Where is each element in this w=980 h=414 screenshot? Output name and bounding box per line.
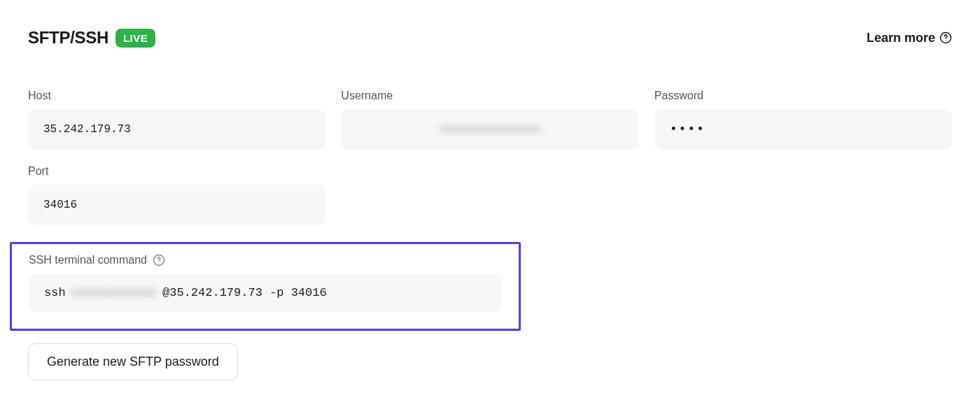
username-value[interactable]: xxxxxxxxxxxxxxx bbox=[341, 109, 638, 150]
password-field: Password •••• bbox=[654, 90, 952, 150]
password-value[interactable]: •••• bbox=[654, 109, 952, 150]
host-value[interactable]: 35.242.179.73 bbox=[28, 109, 326, 150]
live-badge: LIVE bbox=[115, 29, 155, 48]
svg-point-1 bbox=[945, 40, 946, 41]
password-masked: •••• bbox=[670, 122, 706, 136]
port-label: Port bbox=[28, 165, 326, 178]
port-field: Port 34016 bbox=[28, 165, 326, 225]
ssh-suffix: @35.242.179.73 -p 34016 bbox=[162, 286, 327, 299]
generate-password-button[interactable]: Generate new SFTP password bbox=[28, 343, 238, 380]
learn-more-label: Learn more bbox=[867, 31, 935, 45]
ssh-command-label: SSH terminal command bbox=[29, 254, 147, 266]
ssh-prefix: ssh bbox=[44, 286, 66, 299]
help-icon bbox=[939, 31, 952, 44]
learn-more-link[interactable]: Learn more bbox=[867, 31, 952, 45]
fields-grid: Host 35.242.179.73 Username xxxxxxxxxxxx… bbox=[28, 90, 952, 225]
host-field: Host 35.242.179.73 bbox=[28, 90, 326, 150]
ssh-command-block: SSH terminal command ssh xxxxxxxxxxxx @3… bbox=[10, 242, 521, 331]
port-value[interactable]: 34016 bbox=[28, 185, 326, 225]
help-icon[interactable] bbox=[153, 254, 165, 266]
page-header: SFTP/SSH LIVE Learn more bbox=[28, 28, 952, 48]
username-field: Username xxxxxxxxxxxxxxx bbox=[341, 90, 638, 150]
page-title: SFTP/SSH bbox=[28, 28, 108, 48]
svg-point-3 bbox=[158, 262, 159, 263]
username-masked: xxxxxxxxxxxxxxx bbox=[356, 123, 623, 136]
header-left: SFTP/SSH LIVE bbox=[28, 28, 155, 48]
ssh-command-value[interactable]: ssh xxxxxxxxxxxx @35.242.179.73 -p 34016 bbox=[29, 273, 502, 312]
password-label: Password bbox=[654, 90, 952, 102]
ssh-username-masked: xxxxxxxxxxxx bbox=[71, 286, 157, 299]
host-label: Host bbox=[28, 90, 326, 102]
ssh-label-row: SSH terminal command bbox=[29, 254, 502, 266]
username-label: Username bbox=[341, 90, 638, 102]
